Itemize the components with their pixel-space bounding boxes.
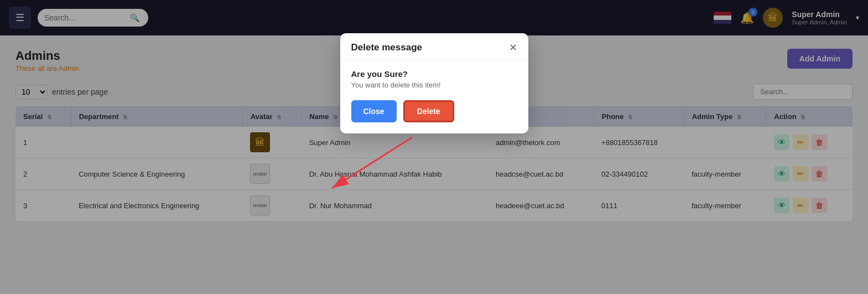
modal-close-button[interactable]: Close xyxy=(351,100,397,122)
modal-overlay: Delete message ✕ Are you Sure? You want … xyxy=(0,0,868,294)
modal-close-x-button[interactable]: ✕ xyxy=(509,43,517,53)
modal-header: Delete message ✕ xyxy=(340,33,528,60)
delete-modal: Delete message ✕ Are you Sure? You want … xyxy=(340,33,528,133)
modal-delete-button[interactable]: Delete xyxy=(403,100,454,122)
modal-description: You want to delete this item! xyxy=(351,81,517,89)
modal-title: Delete message xyxy=(351,42,423,53)
modal-question: Are you Sure? xyxy=(351,69,517,79)
modal-body: Are you Sure? You want to delete this it… xyxy=(340,60,528,133)
modal-footer: Close Delete xyxy=(351,100,517,122)
